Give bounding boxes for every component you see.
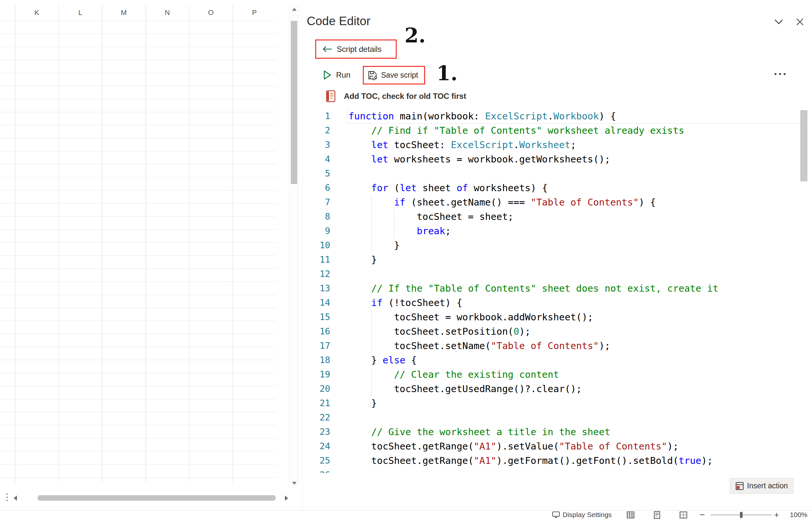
code-text: // Give the worksheet a title in the she… [347,425,800,439]
code-text: tocSheet.getUsedRange()?.clear(); [347,382,800,396]
sheet-tabs-handle-icon[interactable]: ⋮ [3,492,12,502]
code-text: } [347,238,800,252]
code-text: tocSheet = workbook.addWorksheet(); [347,310,800,324]
script-details-button[interactable]: Script details [337,45,381,54]
status-bar: Display Settings − + 100% [0,510,812,519]
line-number: 26 [302,468,330,473]
code-text: if (!tocSheet) { [347,296,800,310]
page-break-view-icon[interactable] [679,511,688,519]
code-text: } else { [347,353,800,367]
line-number: 10 [302,238,330,252]
code-text: // If the "Table of Contents" sheet does… [347,281,800,296]
insert-action-button[interactable]: Insert action [729,478,794,494]
code-line[interactable]: 18} else { [302,353,800,367]
code-line[interactable]: 19// Clear the existing content [302,367,800,382]
scroll-down-icon[interactable] [292,482,297,485]
code-text [347,468,800,473]
zoom-slider-thumb[interactable] [740,512,743,518]
code-line[interactable]: 15tocSheet = workbook.addWorksheet(); [302,310,800,324]
horizontal-scroll-track[interactable] [21,494,279,502]
code-line[interactable]: 5 [302,166,800,181]
code-line[interactable]: 23// Give the worksheet a title in the s… [302,425,800,439]
line-number: 19 [302,367,330,382]
code-line[interactable]: 11} [302,252,800,267]
line-number: 4 [302,152,330,166]
zoom-out-button[interactable]: − [699,511,705,519]
line-number: 16 [302,324,330,338]
sheet-horizontal-scrollbar[interactable] [12,494,289,502]
code-text: tocSheet.setName("Table of Contents"); [347,338,800,353]
line-number: 15 [302,310,330,324]
code-line[interactable]: 7if (sheet.getName() === "Table of Conte… [302,195,800,210]
code-line[interactable]: 9break; [302,224,800,238]
code-text: tocSheet.setPosition(0); [347,324,800,338]
horizontal-scroll-thumb[interactable] [37,495,276,501]
editor-scroll-thumb[interactable] [800,110,807,181]
code-line[interactable]: 17tocSheet.setName("Table of Contents"); [302,338,800,353]
line-number: 12 [302,267,330,281]
code-line[interactable]: 2// Find if "Table of Contents" workshee… [302,123,800,138]
zoom-out-icon: − [699,510,705,519]
code-line[interactable]: 25tocSheet.getRange("A1").getFormat().ge… [302,454,800,468]
code-line[interactable]: 12 [302,267,800,281]
code-text [347,410,800,425]
code-text: function main(workbook: ExcelScript.Work… [347,109,800,123]
column-header-K[interactable]: K [15,5,59,21]
scroll-up-icon[interactable] [292,8,297,11]
chevron-down-icon [774,19,783,25]
line-number: 2 [302,123,330,138]
zoom-in-button[interactable]: + [774,511,779,519]
zoom-level-button[interactable]: 100% [787,511,807,519]
column-header-O[interactable]: O [189,5,233,21]
grid-row-lines[interactable] [0,21,276,482]
code-line[interactable]: 16tocSheet.setPosition(0); [302,324,800,338]
code-line[interactable]: 6for (let sheet of worksheets) { [302,181,800,195]
view-switcher [627,511,688,519]
column-header-L[interactable]: L [59,5,103,21]
scroll-left-icon[interactable] [14,495,17,501]
code-text: // Clear the existing content [347,367,800,382]
display-settings-button[interactable]: Display Settings [552,511,612,519]
collapse-pane-button[interactable] [774,19,783,26]
code-line[interactable]: 24tocSheet.getRange("A1").setValue("Tabl… [302,439,800,454]
scroll-right-icon[interactable] [285,495,288,501]
more-options-button[interactable] [775,73,786,75]
script-icon [325,90,336,103]
code-line[interactable]: 10} [302,238,800,252]
code-line[interactable]: 26 [302,468,800,473]
normal-view-icon[interactable] [627,511,635,519]
code-line[interactable]: 3let tocSheet: ExcelScript.Worksheet; [302,138,800,152]
column-header-M[interactable]: M [102,5,146,21]
code-line[interactable]: 13// If the "Table of Contents" sheet do… [302,281,800,296]
code-text: for (let sheet of worksheets) { [347,181,800,195]
code-text: let tocSheet: ExcelScript.Worksheet; [347,138,800,152]
column-header-P[interactable]: P [233,5,277,21]
close-pane-button[interactable] [796,18,804,27]
save-script-button[interactable]: Save script [381,71,418,80]
line-number: 24 [302,439,330,454]
code-text: break; [347,224,800,238]
insert-action-icon [735,482,744,490]
code-line[interactable]: 21} [302,396,800,410]
zoom-slider[interactable] [710,514,772,515]
page-layout-view-icon[interactable] [653,511,661,519]
line-number: 9 [302,224,330,238]
pane-title: Code Editor [307,15,370,28]
column-header-N[interactable]: N [146,5,190,21]
code-line[interactable]: 20tocSheet.getUsedRange()?.clear(); [302,382,800,396]
code-line[interactable]: 1function main(workbook: ExcelScript.Wor… [302,109,800,123]
run-button[interactable]: Run [323,67,350,83]
code-area[interactable]: 1function main(workbook: ExcelScript.Wor… [302,109,800,473]
code-line[interactable]: 8tocSheet = sheet; [302,210,800,224]
code-line[interactable]: 22 [302,410,800,425]
code-line[interactable]: 14if (!tocSheet) { [302,296,800,310]
line-number: 17 [302,338,330,353]
code-lines: 1function main(workbook: ExcelScript.Wor… [302,109,800,473]
code-line[interactable]: 4let worksheets = workbook.getWorksheets… [302,152,800,166]
script-name: Add TOC, check for old TOC first [344,92,466,101]
run-button-label: Run [336,71,350,80]
vertical-scroll-thumb[interactable] [291,21,297,184]
sheet-vertical-scrollbar[interactable] [289,5,299,487]
line-number: 7 [302,195,330,210]
annotation-step-1: 1. [436,61,458,85]
